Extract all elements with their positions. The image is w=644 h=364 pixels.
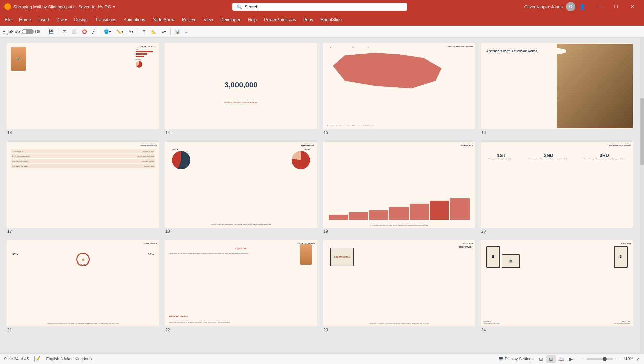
s23-monitor: 🛍️ SHOPPING MALL (330, 248, 354, 266)
autosave-switch[interactable] (22, 29, 34, 34)
fit-to-window-icon[interactable]: ⤢ (636, 356, 640, 362)
s23-title: SOCIAL MEDIA (463, 243, 473, 244)
toolbar-font-color[interactable]: A▾ (127, 28, 135, 35)
autosave-state: Off (35, 29, 40, 34)
app-icon: 🟠 (4, 3, 11, 10)
slide-item-16[interactable]: A PICTURE IS WORTH A THOUSAND WORDS 16 (481, 43, 633, 135)
toolbar-chart[interactable]: 📊 (173, 28, 182, 35)
s14-subtitle: Number of customers on average every yea… (173, 101, 309, 103)
slide-content-22: CUSTOMER TESTIMONIALS JAMES DOE 🧍 "Despi… (165, 241, 316, 326)
toolbar-oval[interactable]: ⭕ (80, 28, 89, 35)
menu-pens[interactable]: Pens (300, 16, 317, 24)
slide-item-14[interactable]: 3,000,000 Number of customers on average… (165, 43, 317, 135)
slide-item-22[interactable]: CUSTOMER TESTIMONIALS JAMES DOE 🧍 "Despi… (165, 240, 317, 332)
minimize-button[interactable]: — (592, 2, 608, 12)
slide-thumb-14[interactable]: 3,000,000 Number of customers on average… (165, 43, 317, 129)
toolbar-outline[interactable]: ✏️▾ (114, 28, 125, 35)
slide-thumb-13[interactable]: CUSTOMER PROFILE 🛍️ AGE GENDER (7, 43, 159, 129)
scrollbar-track[interactable] (640, 38, 644, 353)
slide-thumb-16[interactable]: A PICTURE IS WORTH A THOUSAND WORDS (481, 43, 633, 129)
slide-item-17[interactable]: BIGGEST SELLING DAYS CHRISTMAS EVEDecemb… (7, 142, 159, 234)
menu-draw[interactable]: Draw (53, 16, 70, 24)
view-slideshow[interactable]: ▶ (566, 355, 576, 363)
slide-item-18[interactable]: OUR NUMBERS EARTH MARS To modify these g… (165, 142, 317, 234)
s24-phone1: 📱 (486, 246, 500, 268)
menu-animations[interactable]: Animations (120, 16, 148, 24)
menu-powerpointlabs[interactable]: PowerPointLabs (261, 16, 299, 24)
language: English (United Kingdom) (46, 357, 92, 361)
toolbar-textbox[interactable]: ⊡ (61, 28, 68, 35)
menu-design[interactable]: Design (71, 16, 91, 24)
menu-home[interactable]: Home (16, 16, 34, 24)
view-slide-sorter[interactable]: ⊞ (546, 355, 556, 363)
slide-number-18: 18 (165, 229, 317, 234)
toolbar-fill[interactable]: 🪣▾ (102, 28, 113, 35)
slide-item-15[interactable]: MOST PROFITABLE SHOPPING MALLS 4°1°2° Me… (323, 43, 475, 135)
slide-content-17: BIGGEST SELLING DAYS CHRISTMAS EVEDecemb… (7, 143, 159, 227)
avatar[interactable]: O (566, 2, 575, 11)
toolbar-arrange[interactable]: 📐 (149, 28, 158, 35)
s13-figure: 🛍️ (11, 47, 26, 71)
close-button[interactable]: ✕ (625, 2, 640, 12)
menu-view[interactable]: View (200, 16, 216, 24)
zoom-out[interactable]: − (578, 356, 585, 362)
slide-number-19: 19 (323, 229, 475, 234)
slide-content-20: MOST VISITED SHOPPING MALLS 1ST Mercury … (481, 143, 633, 227)
slide-item-24[interactable]: SOCIAL MEDIA 📱 💻 📱 TABLET APPYou can rep… (481, 240, 633, 332)
slide-number-14: 14 (165, 130, 317, 135)
dropdown-arrow[interactable]: ▾ (113, 4, 115, 9)
status-right: 🖥️ Display Settings ⊟ ⊞ 📖 ▶ − + 110% ⤢ (498, 355, 640, 363)
slide-grid: CUSTOMER PROFILE 🛍️ AGE GENDER 13 (0, 38, 640, 353)
slide-item-21[interactable]: FUTURE PROJECTS 30% 30% 📦 40% Neptune is… (7, 240, 159, 332)
menu-brightslide[interactable]: BrightSlide (317, 16, 345, 24)
slide-thumb-18[interactable]: OUR NUMBERS EARTH MARS To modify these g… (165, 142, 317, 228)
search-box[interactable]: 🔍 Search (232, 3, 407, 11)
slide-item-20[interactable]: MOST VISITED SHOPPING MALLS 1ST Mercury … (481, 142, 633, 234)
s21-pct3: 40% (80, 263, 86, 266)
slide-content-19: OUR GROWTH To modify this graph, click o… (324, 143, 475, 227)
slide-thumb-22[interactable]: CUSTOMER TESTIMONIALS JAMES DOE 🧍 "Despi… (165, 240, 317, 326)
display-settings[interactable]: 🖥️ Display Settings (498, 357, 533, 361)
slide-thumb-21[interactable]: FUTURE PROJECTS 30% 30% 📦 40% Neptune is… (7, 240, 159, 326)
menu-slideshow[interactable]: Slide Show (149, 16, 178, 24)
menu-transitions[interactable]: Transitions (92, 16, 120, 24)
menu-help[interactable]: Help (244, 16, 260, 24)
menu-file[interactable]: File (1, 16, 15, 24)
toolbar-shapes[interactable]: ⬜ (70, 28, 79, 35)
s16-bubble: A PICTURE IS WORTH A THOUSAND WORDS (483, 47, 566, 55)
slide-thumb-17[interactable]: BIGGEST SELLING DAYS CHRISTMAS EVEDecemb… (7, 142, 159, 228)
slide-thumb-24[interactable]: SOCIAL MEDIA 📱 💻 📱 TABLET APPYou can rep… (481, 240, 633, 326)
s24-title: SOCIAL MEDIA (621, 243, 631, 244)
toolbar-more[interactable]: » (183, 28, 190, 35)
toolbar-align[interactable]: ≡▾ (160, 28, 168, 35)
menu-insert[interactable]: Insert (35, 16, 53, 24)
slide-item-19[interactable]: OUR GROWTH To modify this graph, click o… (323, 142, 475, 234)
s24-phone2: 📱 (614, 246, 628, 268)
restore-button[interactable]: ❐ (608, 2, 624, 12)
slide-thumb-23[interactable]: SOCIAL MEDIA DESKTOP WEB 🛍️ SHOPPING MAL… (323, 240, 475, 326)
title-bar-center: 🔍 Search (115, 3, 524, 11)
slide-thumb-20[interactable]: MOST VISITED SHOPPING MALLS 1ST Mercury … (481, 142, 633, 228)
view-reading[interactable]: 📖 (556, 355, 566, 363)
toolbar-save[interactable]: 💾 (47, 28, 56, 35)
toolbar-separator-3 (99, 28, 99, 35)
scrollbar-thumb[interactable] (640, 98, 644, 165)
s14-number: 3,000,000 (224, 81, 257, 89)
toolbar-line[interactable]: ╱ (90, 28, 97, 35)
notes-icon[interactable]: 📝 (34, 356, 41, 362)
slide-thumb-19[interactable]: OUR GROWTH To modify this graph, click o… (323, 142, 475, 228)
s20-title: MOST VISITED SHOPPING MALLS (609, 144, 631, 146)
slide-thumb-15[interactable]: MOST PROFITABLE SHOPPING MALLS 4°1°2° Me… (323, 43, 475, 129)
zoom-slider[interactable] (587, 358, 613, 360)
zoom-in[interactable]: + (615, 356, 621, 362)
slide-item-23[interactable]: SOCIAL MEDIA DESKTOP WEB 🛍️ SHOPPING MAL… (323, 240, 475, 332)
toolbar-group[interactable]: ⊞ (140, 28, 148, 35)
profile-icon[interactable]: 👤 (579, 4, 586, 10)
menu-developer[interactable]: Developer (217, 16, 244, 24)
menu-review[interactable]: Review (178, 16, 200, 24)
slide-number-13: 13 (7, 130, 159, 135)
toggle-knob (22, 30, 26, 34)
slide-number-16: 16 (481, 130, 633, 135)
slide-item-13[interactable]: CUSTOMER PROFILE 🛍️ AGE GENDER 13 (7, 43, 159, 135)
view-normal[interactable]: ⊟ (536, 355, 546, 363)
